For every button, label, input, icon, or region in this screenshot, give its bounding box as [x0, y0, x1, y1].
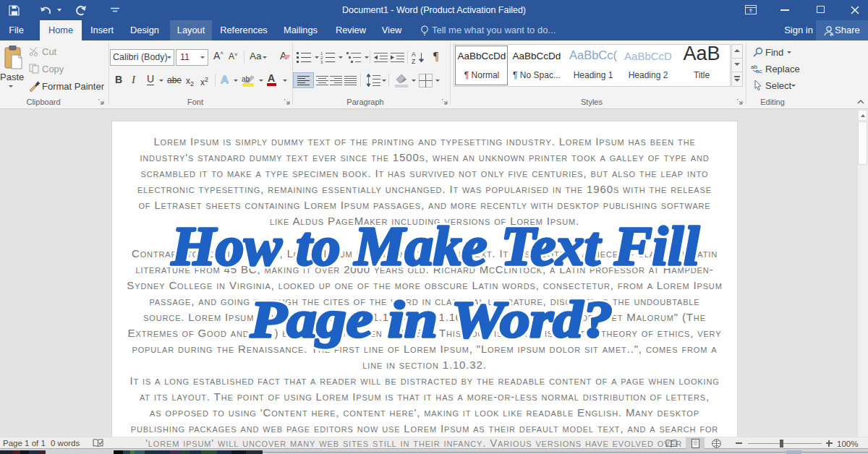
svg-text:Page in Word?: Page in Word? [250, 291, 613, 348]
svg-text:How to Make Text Fill: How to Make Text Fill [171, 215, 699, 276]
